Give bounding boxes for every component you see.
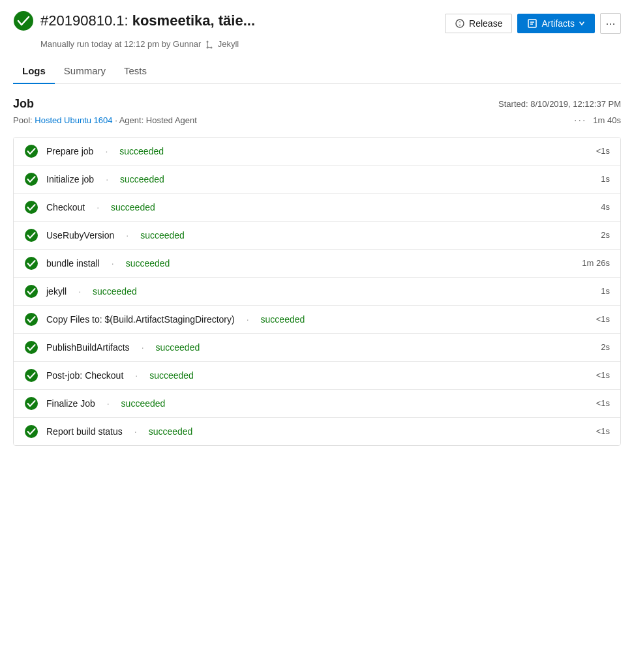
- svg-point-19: [25, 425, 38, 438]
- step-left: Post-job: Checkout · succeeded: [24, 368, 194, 383]
- step-duration: <1s: [596, 314, 610, 324]
- step-status: succeeded: [140, 230, 185, 241]
- branch-name: Jekyll: [218, 39, 239, 49]
- build-subtitle: Manually run today at 12:12 pm by Gunnar…: [40, 39, 621, 50]
- release-button[interactable]: Release: [445, 14, 512, 33]
- step-name: Post-job: Checkout: [46, 370, 123, 381]
- step-duration: 4s: [601, 202, 610, 212]
- svg-point-0: [14, 11, 33, 31]
- build-number: #20190810.1:: [40, 12, 128, 29]
- job-more-icon[interactable]: ···: [574, 115, 586, 126]
- step-status: succeeded: [156, 342, 200, 353]
- step-name: Report build status: [46, 426, 123, 437]
- step-row[interactable]: bundle install · succeeded 1m 26s: [14, 250, 620, 278]
- step-left: UseRubyVersion · succeeded: [24, 228, 185, 242]
- step-row[interactable]: Copy Files to: $(Build.ArtifactStagingDi…: [14, 306, 620, 334]
- job-meta-right: ··· 1m 40s: [574, 115, 621, 126]
- svg-point-13: [25, 257, 38, 270]
- step-left: Initialize job · succeeded: [24, 172, 164, 186]
- pool-link[interactable]: Hosted Ubuntu 1604: [35, 115, 112, 125]
- svg-point-7: [207, 46, 209, 48]
- step-status: succeeded: [121, 398, 166, 409]
- tabs-container: Logs Summary Tests: [13, 60, 621, 84]
- step-success-icon: [24, 312, 38, 327]
- step-success-icon: [24, 172, 38, 186]
- svg-point-17: [25, 369, 38, 382]
- step-status: succeeded: [149, 426, 193, 437]
- steps-container: Prepare job · succeeded <1s Initialize j…: [13, 137, 621, 446]
- branch-icon: [205, 40, 214, 50]
- step-row[interactable]: Finalize Job · succeeded <1s: [14, 390, 620, 418]
- step-success-icon: [24, 256, 38, 270]
- svg-point-8: [211, 46, 213, 48]
- step-duration: 1s: [601, 174, 610, 184]
- step-duration: <1s: [596, 146, 610, 156]
- step-row[interactable]: Prepare job · succeeded <1s: [14, 138, 620, 166]
- step-status: succeeded: [93, 286, 137, 297]
- step-name: UseRubyVersion: [46, 230, 114, 241]
- step-left: jekyll · succeeded: [24, 284, 137, 299]
- step-left: PublishBuildArtifacts · succeeded: [24, 340, 200, 355]
- step-success-icon: [24, 368, 38, 383]
- build-title: #20190810.1: kosmeetika, täie...: [40, 12, 255, 29]
- job-header: Job Started: 8/10/2019, 12:12:37 PM: [13, 97, 621, 111]
- svg-point-10: [25, 173, 38, 186]
- tab-logs[interactable]: Logs: [13, 60, 55, 84]
- svg-rect-3: [528, 20, 536, 27]
- svg-point-16: [25, 341, 38, 354]
- step-status: succeeded: [261, 314, 305, 325]
- job-pool-info: Pool: Hosted Ubuntu 1604 · Agent: Hosted…: [13, 115, 197, 125]
- svg-point-9: [25, 145, 38, 158]
- tab-tests[interactable]: Tests: [115, 60, 156, 84]
- step-left: Finalize Job · succeeded: [24, 396, 165, 411]
- step-row[interactable]: jekyll · succeeded 1s: [14, 278, 620, 306]
- step-name: Initialize job: [46, 174, 94, 184]
- step-status: succeeded: [149, 370, 194, 381]
- svg-point-6: [207, 40, 209, 42]
- step-row[interactable]: Report build status · succeeded <1s: [14, 418, 620, 445]
- artifacts-icon: [527, 18, 537, 29]
- page-header: #20190810.1: kosmeetika, täie... Release…: [13, 10, 621, 34]
- step-row[interactable]: Initialize job · succeeded 1s: [14, 166, 620, 194]
- step-left: Copy Files to: $(Build.ArtifactStagingDi…: [24, 312, 305, 327]
- artifacts-button[interactable]: Artifacts: [517, 14, 595, 33]
- step-row[interactable]: UseRubyVersion · succeeded 2s: [14, 222, 620, 250]
- step-row[interactable]: PublishBuildArtifacts · succeeded 2s: [14, 334, 620, 362]
- step-name: Checkout: [46, 202, 85, 212]
- job-started: Started: 8/10/2019, 12:12:37 PM: [498, 99, 621, 109]
- svg-point-15: [25, 313, 38, 326]
- step-success-icon: [24, 340, 38, 355]
- job-meta: Pool: Hosted Ubuntu 1604 · Agent: Hosted…: [13, 115, 621, 126]
- step-name: PublishBuildArtifacts: [46, 342, 130, 353]
- step-row[interactable]: Post-job: Checkout · succeeded <1s: [14, 362, 620, 390]
- step-duration: <1s: [596, 370, 610, 380]
- step-name: Prepare job: [46, 146, 93, 156]
- build-name: kosmeetika, täie...: [128, 12, 255, 29]
- svg-point-12: [25, 229, 38, 242]
- svg-point-11: [25, 201, 38, 214]
- step-duration: 1s: [601, 286, 610, 296]
- job-total-duration: 1m 40s: [593, 115, 621, 125]
- step-name: bundle install: [46, 258, 100, 269]
- step-duration: <1s: [596, 398, 610, 408]
- step-status: succeeded: [120, 174, 164, 184]
- step-status: succeeded: [126, 258, 170, 269]
- step-left: Report build status · succeeded: [24, 424, 192, 439]
- step-success-icon: [24, 396, 38, 411]
- step-success-icon: [24, 284, 38, 299]
- success-icon: [13, 10, 34, 31]
- svg-point-2: [459, 22, 461, 25]
- svg-point-18: [25, 397, 38, 410]
- step-success-icon: [24, 424, 38, 439]
- step-row[interactable]: Checkout · succeeded 4s: [14, 194, 620, 222]
- step-left: Checkout · succeeded: [24, 200, 155, 214]
- step-status: succeeded: [119, 146, 164, 156]
- step-left: Prepare job · succeeded: [24, 144, 164, 158]
- step-success-icon: [24, 200, 38, 214]
- step-success-icon: [24, 228, 38, 242]
- more-options-button[interactable]: ···: [600, 13, 621, 34]
- release-icon: [455, 18, 465, 29]
- header-actions: Release Artifacts ···: [445, 13, 621, 34]
- tab-summary[interactable]: Summary: [55, 60, 115, 84]
- header-left: #20190810.1: kosmeetika, täie...: [13, 10, 255, 31]
